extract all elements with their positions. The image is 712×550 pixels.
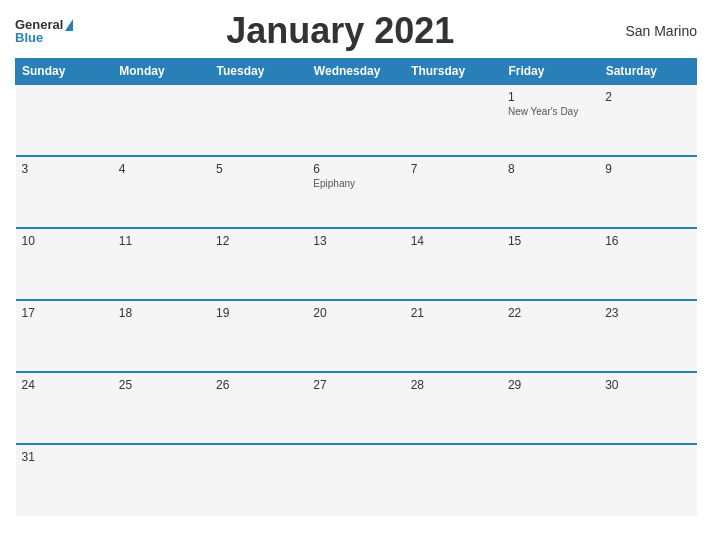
calendar-header: General Blue January 2021 San Marino <box>15 10 697 52</box>
calendar-cell: 25 <box>113 372 210 444</box>
day-number: 30 <box>605 378 690 392</box>
calendar-cell <box>16 84 113 156</box>
calendar-week-row: 1New Year's Day2 <box>16 84 697 156</box>
calendar-cell <box>599 444 696 516</box>
calendar-cell: 10 <box>16 228 113 300</box>
calendar-cell: 28 <box>405 372 502 444</box>
day-number: 26 <box>216 378 301 392</box>
day-number: 7 <box>411 162 496 176</box>
column-header-saturday: Saturday <box>599 59 696 85</box>
day-number: 8 <box>508 162 593 176</box>
calendar-header-row: SundayMondayTuesdayWednesdayThursdayFrid… <box>16 59 697 85</box>
calendar-week-row: 31 <box>16 444 697 516</box>
calendar-cell: 26 <box>210 372 307 444</box>
calendar-cell: 18 <box>113 300 210 372</box>
calendar-cell: 11 <box>113 228 210 300</box>
day-number: 4 <box>119 162 204 176</box>
calendar-cell <box>113 444 210 516</box>
day-number: 19 <box>216 306 301 320</box>
month-title: January 2021 <box>73 10 607 52</box>
logo: General Blue <box>15 18 73 44</box>
day-number: 17 <box>22 306 107 320</box>
country-name: San Marino <box>607 23 697 39</box>
calendar-cell: 23 <box>599 300 696 372</box>
calendar-cell: 8 <box>502 156 599 228</box>
calendar-cell <box>502 444 599 516</box>
calendar-cell <box>113 84 210 156</box>
column-header-thursday: Thursday <box>405 59 502 85</box>
calendar-cell: 1New Year's Day <box>502 84 599 156</box>
calendar-cell <box>405 444 502 516</box>
calendar-cell: 30 <box>599 372 696 444</box>
day-number: 31 <box>22 450 107 464</box>
calendar-week-row: 24252627282930 <box>16 372 697 444</box>
logo-triangle-icon <box>65 19 73 31</box>
calendar-wrapper: General Blue January 2021 San Marino Sun… <box>0 0 712 550</box>
calendar-cell: 3 <box>16 156 113 228</box>
day-number: 29 <box>508 378 593 392</box>
day-number: 12 <box>216 234 301 248</box>
calendar-cell <box>210 444 307 516</box>
column-header-friday: Friday <box>502 59 599 85</box>
day-number: 6 <box>313 162 398 176</box>
calendar-week-row: 3456Epiphany789 <box>16 156 697 228</box>
day-number: 18 <box>119 306 204 320</box>
calendar-cell <box>210 84 307 156</box>
calendar-cell: 6Epiphany <box>307 156 404 228</box>
event-label: Epiphany <box>313 178 398 189</box>
calendar-cell: 20 <box>307 300 404 372</box>
calendar-cell: 27 <box>307 372 404 444</box>
calendar-cell: 12 <box>210 228 307 300</box>
event-label: New Year's Day <box>508 106 593 117</box>
calendar-cell: 14 <box>405 228 502 300</box>
day-number: 15 <box>508 234 593 248</box>
calendar-cell: 4 <box>113 156 210 228</box>
day-number: 23 <box>605 306 690 320</box>
calendar-cell: 24 <box>16 372 113 444</box>
column-header-wednesday: Wednesday <box>307 59 404 85</box>
calendar-cell: 22 <box>502 300 599 372</box>
day-number: 25 <box>119 378 204 392</box>
day-number: 9 <box>605 162 690 176</box>
day-number: 24 <box>22 378 107 392</box>
column-header-monday: Monday <box>113 59 210 85</box>
calendar-cell: 2 <box>599 84 696 156</box>
calendar-cell: 21 <box>405 300 502 372</box>
day-number: 13 <box>313 234 398 248</box>
day-number: 5 <box>216 162 301 176</box>
day-number: 14 <box>411 234 496 248</box>
calendar-cell <box>307 444 404 516</box>
day-number: 1 <box>508 90 593 104</box>
calendar-cell: 19 <box>210 300 307 372</box>
calendar-cell: 7 <box>405 156 502 228</box>
day-number: 20 <box>313 306 398 320</box>
day-number: 22 <box>508 306 593 320</box>
calendar-week-row: 17181920212223 <box>16 300 697 372</box>
calendar-cell: 31 <box>16 444 113 516</box>
day-number: 3 <box>22 162 107 176</box>
calendar-cell: 29 <box>502 372 599 444</box>
day-number: 16 <box>605 234 690 248</box>
column-header-tuesday: Tuesday <box>210 59 307 85</box>
calendar-cell: 17 <box>16 300 113 372</box>
day-number: 28 <box>411 378 496 392</box>
day-number: 27 <box>313 378 398 392</box>
calendar-cell: 9 <box>599 156 696 228</box>
column-header-sunday: Sunday <box>16 59 113 85</box>
calendar-cell: 13 <box>307 228 404 300</box>
day-number: 11 <box>119 234 204 248</box>
calendar-week-row: 10111213141516 <box>16 228 697 300</box>
calendar-cell <box>307 84 404 156</box>
calendar-cell: 16 <box>599 228 696 300</box>
calendar-table: SundayMondayTuesdayWednesdayThursdayFrid… <box>15 58 697 516</box>
day-number: 2 <box>605 90 690 104</box>
calendar-cell: 5 <box>210 156 307 228</box>
day-number: 10 <box>22 234 107 248</box>
day-number: 21 <box>411 306 496 320</box>
calendar-cell: 15 <box>502 228 599 300</box>
calendar-cell <box>405 84 502 156</box>
logo-blue-text: Blue <box>15 31 43 44</box>
